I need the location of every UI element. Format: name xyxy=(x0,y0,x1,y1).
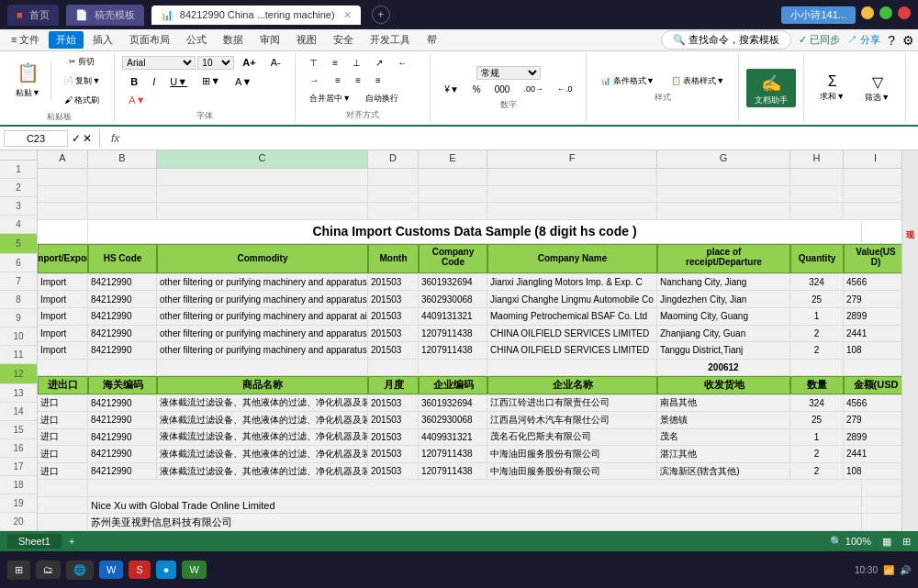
cell-c2[interactable] xyxy=(157,186,368,203)
cell-a1[interactable] xyxy=(38,169,88,185)
decimal-dec-button[interactable]: ←.0 xyxy=(551,82,579,97)
cell-f3[interactable] xyxy=(487,203,657,219)
cell-en-commodity-2[interactable]: other filtering or purifying machinery a… xyxy=(157,291,368,307)
search-command[interactable]: 🔍 查找命令，搜索模板 xyxy=(661,30,791,50)
cell-zh-month-5[interactable]: 201503 xyxy=(368,463,419,480)
cell-en-place-3[interactable]: Maoming City, Guang xyxy=(657,308,790,325)
percent-button[interactable]: % xyxy=(466,82,487,97)
cell-i1[interactable] xyxy=(844,169,901,185)
taskbar-file-manager[interactable]: 🗂 xyxy=(36,560,61,579)
cell-footer2[interactable]: 苏州美亚视野信息科技有限公司 xyxy=(88,514,862,530)
cell-section-e[interactable] xyxy=(419,360,487,376)
cell-en-qty-4[interactable]: 2 xyxy=(790,326,844,342)
add-tab-button[interactable]: + xyxy=(372,6,390,24)
taskbar-browser[interactable]: 🌐 xyxy=(66,560,94,580)
view-page[interactable]: ⊞ xyxy=(902,536,911,548)
cell-i3[interactable] xyxy=(844,203,901,219)
cell-zh-code-3[interactable]: 4409931321 xyxy=(419,429,487,446)
cell-en-ie-1[interactable]: Import xyxy=(38,274,88,291)
tab-template[interactable]: 📄 稿壳模板 xyxy=(66,5,144,26)
header-zh-name[interactable]: 企业名称 xyxy=(487,376,657,394)
cell-section-i[interactable] xyxy=(844,360,901,376)
cell-en-hs-5[interactable]: 84212990 xyxy=(88,342,157,359)
cell-en-month-4[interactable]: 201503 xyxy=(368,326,419,342)
cell-section-h[interactable] xyxy=(790,360,844,376)
cell-en-hs-1[interactable]: 84212990 xyxy=(88,274,157,291)
align-top-button[interactable]: ⊤ xyxy=(303,55,324,71)
cell-zh-hs-5[interactable]: 84212990 xyxy=(88,463,157,480)
cell-g1[interactable] xyxy=(657,169,790,185)
cell-en-val-3[interactable]: 2899 xyxy=(844,308,901,325)
col-header-b[interactable]: B xyxy=(88,150,157,168)
cell-zh-ie-2[interactable]: 进口 xyxy=(38,412,88,428)
align-middle-button[interactable]: ≡ xyxy=(326,55,344,71)
copy-button[interactable]: 📄 复制▼ xyxy=(57,72,106,90)
cell-f2[interactable] xyxy=(487,186,657,203)
wrap-button[interactable]: 自动换行 xyxy=(359,90,405,107)
cell-zh-val-4[interactable]: 2441 xyxy=(844,446,901,462)
header-en-value[interactable]: Value(USD) xyxy=(844,244,901,273)
italic-button[interactable]: I xyxy=(146,73,162,90)
cell-zh-month-3[interactable]: 201503 xyxy=(368,429,419,446)
close-tab-icon[interactable]: ✕ xyxy=(343,9,352,20)
header-zh-month[interactable]: 月度 xyxy=(368,376,419,394)
cell-zh-code-1[interactable]: 3601932694 xyxy=(419,395,487,412)
cell-d1[interactable] xyxy=(368,169,419,185)
cell-g3[interactable] xyxy=(657,203,790,219)
cell-en-name-1[interactable]: Jianxi Jiangling Motors Imp. & Exp. C xyxy=(487,274,657,291)
cell-c3[interactable] xyxy=(157,203,368,219)
cell-en-qty-1[interactable]: 324 xyxy=(790,274,844,291)
cell-zh-hs-2[interactable]: 84212990 xyxy=(88,412,157,428)
cell-en-hs-2[interactable]: 84212990 xyxy=(88,291,157,307)
cell-en-place-5[interactable]: Tanggu District,Tianj xyxy=(657,342,790,359)
cell-e1[interactable] xyxy=(419,169,487,185)
header-en-company-name[interactable]: Company Name xyxy=(487,244,657,273)
header-zh-hs[interactable]: 海关编码 xyxy=(88,376,157,394)
cell-zh-hs-1[interactable]: 84212990 xyxy=(88,395,157,412)
cell-zh-commodity-2[interactable]: 液体截流过滤设备、其他液体的过滤、净化机器及装置 xyxy=(157,412,368,428)
align-right-button[interactable]: ≡ xyxy=(369,72,387,88)
cell-en-commodity-4[interactable]: other filtering or purifying machinery a… xyxy=(157,326,368,342)
underline-button[interactable]: U▼ xyxy=(163,73,194,90)
comma-button[interactable]: 000 xyxy=(488,82,517,97)
cell-a18[interactable] xyxy=(38,480,88,496)
cell-en-place-1[interactable]: Nanchang City, Jiang xyxy=(657,274,790,291)
cell-zh-name-4[interactable]: 中海油田服务股份有限公司 xyxy=(487,446,657,462)
cell-a2[interactable] xyxy=(38,186,88,203)
font-size-select[interactable]: 10 xyxy=(197,56,234,70)
cell-d2[interactable] xyxy=(368,186,419,203)
cell-wide-18[interactable] xyxy=(88,480,862,496)
settings-icon[interactable]: ⚙ xyxy=(902,33,914,48)
paste-button[interactable]: 粘贴▼ xyxy=(11,85,45,101)
format-paint-button[interactable]: 🖌 格式刷 xyxy=(57,92,106,109)
cell-h1[interactable] xyxy=(790,169,844,185)
font-grow-button[interactable]: A+ xyxy=(236,54,262,71)
cell-c1[interactable] xyxy=(157,169,368,185)
cell-zh-month-2[interactable]: 201503 xyxy=(368,412,419,428)
formula-input[interactable] xyxy=(127,131,914,146)
cell-d3[interactable] xyxy=(368,203,419,219)
zoom-control[interactable]: 🔍 100% xyxy=(830,536,871,548)
cell-zh-val-5[interactable]: 108 xyxy=(844,463,901,480)
cell-en-qty-3[interactable]: 1 xyxy=(790,308,844,325)
cell-en-name-3[interactable]: Maoming Petrochemical BSAF Co. Ltd xyxy=(487,308,657,325)
header-zh-ie[interactable]: 进出口 xyxy=(38,376,88,394)
decimal-inc-button[interactable]: .00→ xyxy=(517,82,550,97)
table-format-button[interactable]: 📋 表格样式▼ xyxy=(665,72,731,90)
cell-en-commodity-1[interactable]: other filtering or purifying machinery a… xyxy=(157,274,368,291)
menu-home[interactable]: 开始 xyxy=(49,31,84,49)
cell-en-month-3[interactable]: 201503 xyxy=(368,308,419,325)
cell-zh-hs-4[interactable]: 84212990 xyxy=(88,446,157,462)
cell-zh-place-2[interactable]: 景德镇 xyxy=(657,412,790,428)
menu-review[interactable]: 审阅 xyxy=(252,31,287,49)
taskbar-app2[interactable]: S xyxy=(129,560,150,579)
cell-h2[interactable] xyxy=(790,186,844,203)
cell-en-code-1[interactable]: 3601932694 xyxy=(419,274,487,291)
cell-zh-ie-4[interactable]: 进口 xyxy=(38,446,88,462)
cell-i2[interactable] xyxy=(844,186,901,203)
cell-zh-val-1[interactable]: 4566 xyxy=(844,395,901,412)
col-header-h[interactable]: H xyxy=(790,150,844,168)
col-header-i[interactable]: I xyxy=(844,150,901,168)
cell-section-b[interactable] xyxy=(88,360,157,376)
cell-zh-month-1[interactable]: 201503 xyxy=(368,395,419,412)
